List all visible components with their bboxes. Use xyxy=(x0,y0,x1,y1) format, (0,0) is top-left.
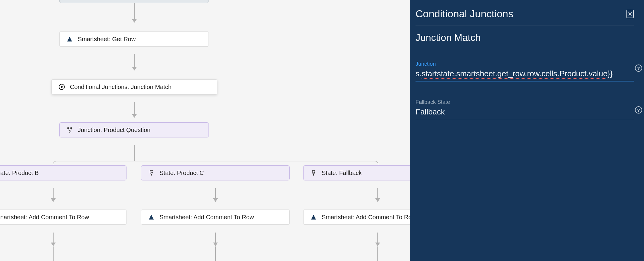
fallback-label: Fallback State xyxy=(416,99,634,105)
branch-connector xyxy=(53,161,378,165)
connector-tail xyxy=(53,246,54,261)
node-state-product-b[interactable]: ate: Product B xyxy=(0,165,126,180)
node-product-question[interactable]: Junction: Product Question xyxy=(59,122,209,137)
node-label: Junction: Product Question xyxy=(78,127,150,134)
fallback-field[interactable]: Fallback State Fallback ? xyxy=(416,99,634,119)
state-icon xyxy=(148,170,155,176)
help-icon[interactable]: ? xyxy=(635,106,642,114)
node-label: ate: Product B xyxy=(0,170,39,177)
smartsheet-icon xyxy=(148,214,155,220)
node-state-product-c[interactable]: State: Product C xyxy=(141,165,290,180)
panel-title: Conditional Junctions xyxy=(416,8,513,20)
junction-icon xyxy=(66,127,73,133)
node-label: State: Product C xyxy=(159,170,204,177)
node-get-row[interactable]: Smartsheet: Get Row xyxy=(59,31,209,47)
node-action-b[interactable]: nartsheet: Add Comment To Row xyxy=(0,210,126,225)
connector-tail xyxy=(377,246,378,261)
node-label: Smartsheet: Add Comment To Row xyxy=(159,214,254,221)
node-label: State: Fallback xyxy=(322,170,362,177)
workflow-canvas[interactable]: Smartsheet: Get Row Conditional Junction… xyxy=(0,0,410,261)
fallback-input[interactable]: Fallback xyxy=(416,105,634,119)
play-icon xyxy=(58,84,65,90)
smartsheet-icon xyxy=(310,214,317,220)
close-icon[interactable] xyxy=(626,10,634,18)
node-label: Smartsheet: Get Row xyxy=(78,36,136,43)
connector-stem xyxy=(134,145,135,161)
svg-point-1 xyxy=(67,127,69,129)
properties-panel: Conditional Junctions Junction Match Jun… xyxy=(410,0,644,261)
node-start-state[interactable] xyxy=(59,0,209,3)
node-label: Conditional Junctions: Junction Match xyxy=(70,84,172,91)
connector-tail xyxy=(215,246,216,261)
junction-label: Junction xyxy=(416,61,634,67)
node-junction-match[interactable]: Conditional Junctions: Junction Match xyxy=(51,79,217,94)
junction-input[interactable]: s.startstate.smartsheet.get_row.row.cell… xyxy=(416,67,634,81)
junction-field[interactable]: Junction s.startstate.smartsheet.get_row… xyxy=(416,61,634,81)
svg-point-3 xyxy=(69,131,70,132)
node-label: nartsheet: Add Comment To Row xyxy=(0,214,89,221)
help-icon[interactable]: ? xyxy=(635,64,642,72)
state-icon xyxy=(310,170,317,176)
node-label: Smartsheet: Add Comment To Row xyxy=(322,214,416,221)
smartsheet-icon xyxy=(66,36,73,42)
node-action-c[interactable]: Smartsheet: Add Comment To Row xyxy=(141,210,290,225)
svg-point-2 xyxy=(71,127,72,129)
panel-subtitle: Junction Match xyxy=(416,32,634,43)
